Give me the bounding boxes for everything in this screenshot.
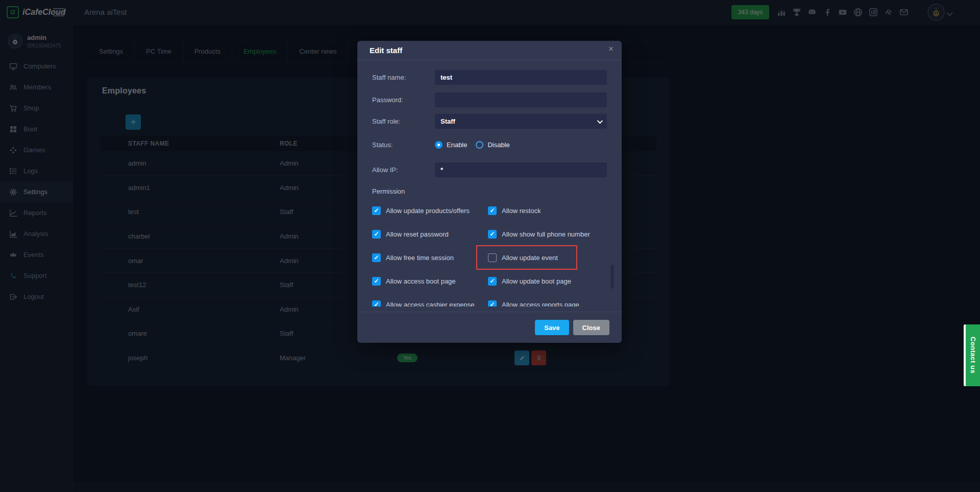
chevron-down-icon bbox=[597, 118, 603, 123]
permission-label: Allow restock bbox=[502, 207, 541, 215]
radio-icon[interactable] bbox=[435, 141, 443, 149]
permission-label: Allow access boot page bbox=[386, 277, 456, 285]
permission-heading: Permission bbox=[372, 188, 405, 195]
radio-icon[interactable] bbox=[476, 141, 483, 149]
staff-role-row: Staff role: Staff bbox=[372, 114, 607, 129]
contact-us-tab[interactable]: Contact us bbox=[964, 324, 980, 386]
permission-label: Allow access cashier expense bbox=[386, 301, 474, 307]
permission-item[interactable]: ✓Allow free time session bbox=[372, 246, 488, 269]
close-button[interactable]: Close bbox=[573, 320, 609, 335]
checkbox-icon[interactable]: ✓ bbox=[372, 230, 381, 239]
save-button[interactable]: Save bbox=[535, 320, 569, 335]
modal-header: Edit staff bbox=[357, 41, 622, 60]
modal-footer: Save Close bbox=[357, 312, 622, 343]
checkbox-icon[interactable]: ✓ bbox=[372, 277, 381, 286]
permission-label: Allow show full phone number bbox=[502, 230, 590, 238]
password-label: Password: bbox=[372, 96, 435, 104]
permission-item[interactable]: ✓Allow update boot page bbox=[488, 269, 622, 293]
permission-label: Allow update event bbox=[502, 254, 558, 262]
checkbox-icon[interactable]: ✓ bbox=[372, 300, 381, 307]
status-radio-enable[interactable]: Enable bbox=[435, 141, 467, 149]
checkbox-icon[interactable]: ✓ bbox=[488, 300, 497, 307]
checkbox-icon[interactable] bbox=[488, 253, 497, 262]
staff-name-input[interactable] bbox=[435, 70, 607, 85]
close-icon[interactable]: × bbox=[608, 44, 614, 54]
allow-ip-label: Allow IP: bbox=[372, 166, 435, 174]
staff-name-row: Staff name: bbox=[372, 70, 607, 85]
staff-name-label: Staff name: bbox=[372, 74, 435, 81]
permission-item[interactable]: Allow update event bbox=[488, 246, 622, 269]
staff-role-select[interactable]: Staff bbox=[435, 114, 607, 129]
permission-item[interactable]: ✓Allow access cashier expense bbox=[372, 293, 488, 307]
permission-scrollbar-thumb[interactable] bbox=[610, 265, 614, 289]
permission-item[interactable]: ✓Allow access boot page bbox=[372, 269, 488, 293]
password-input[interactable] bbox=[435, 92, 607, 107]
checkbox-icon[interactable]: ✓ bbox=[488, 206, 497, 215]
allow-ip-input[interactable] bbox=[435, 162, 607, 177]
status-label: Status: bbox=[372, 141, 435, 149]
status-row: Status: EnableDisable bbox=[372, 141, 607, 149]
password-row: Password: bbox=[372, 92, 607, 107]
permission-item[interactable]: ✓Allow access reports page bbox=[488, 293, 622, 307]
status-radio-disable[interactable]: Disable bbox=[476, 141, 509, 149]
checkbox-icon[interactable]: ✓ bbox=[488, 277, 497, 286]
permission-label: Allow update boot page bbox=[502, 277, 571, 285]
permission-scroll-area[interactable]: ✓Allow update products/offers✓Allow rest… bbox=[357, 206, 622, 307]
checkbox-icon[interactable]: ✓ bbox=[372, 206, 381, 215]
permission-label: Allow reset password bbox=[386, 230, 449, 238]
modal-title: Edit staff bbox=[370, 46, 402, 55]
permission-item[interactable]: ✓Allow reset password bbox=[372, 222, 488, 246]
edit-staff-modal: Edit staff × Staff name: Password: Staff… bbox=[357, 41, 622, 343]
staff-role-label: Staff role: bbox=[372, 118, 435, 125]
contact-us-label: Contact us bbox=[969, 337, 977, 373]
staff-role-value: Staff bbox=[440, 118, 455, 125]
radio-label: Enable bbox=[447, 141, 467, 149]
permission-label: Allow access reports page bbox=[502, 301, 579, 307]
permission-item[interactable]: ✓Allow update products/offers bbox=[372, 206, 488, 222]
permission-label: Allow free time session bbox=[386, 254, 454, 262]
permission-item[interactable]: ✓Allow show full phone number bbox=[488, 222, 622, 246]
checkbox-icon[interactable]: ✓ bbox=[372, 253, 381, 262]
allow-ip-row: Allow IP: bbox=[372, 162, 607, 177]
radio-label: Disable bbox=[487, 141, 509, 149]
checkbox-icon[interactable]: ✓ bbox=[488, 230, 497, 239]
permission-item[interactable]: ✓Allow restock bbox=[488, 206, 622, 222]
permission-label: Allow update products/offers bbox=[386, 207, 470, 215]
